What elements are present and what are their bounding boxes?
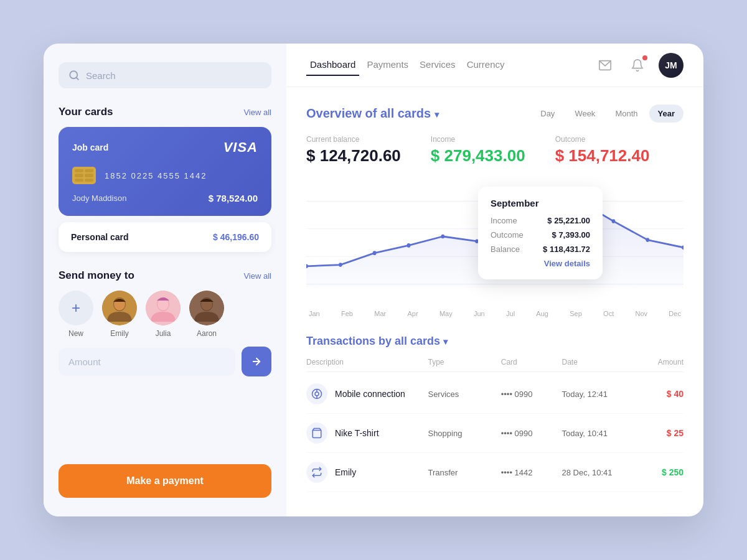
svg-point-18: [339, 263, 342, 267]
filter-day[interactable]: Day: [532, 105, 563, 123]
user-avatar[interactable]: JM: [659, 53, 684, 78]
tooltip-outcome-row: Outcome $ 7,393.00: [491, 230, 590, 240]
month-jan: Jan: [309, 310, 320, 317]
send-button[interactable]: [242, 347, 271, 376]
cards-view-all[interactable]: View all: [243, 108, 271, 117]
balance-row: Current balance $ 124,720.60 Income $ 27…: [306, 135, 684, 166]
filter-month[interactable]: Month: [606, 105, 646, 123]
nav-tabs: Dashboard Payments Services Currency: [306, 54, 574, 76]
svg-point-19: [373, 251, 377, 255]
cards-section-header: Your cards View all: [59, 106, 271, 118]
send-money-header: Send money to View all: [59, 269, 271, 282]
aaron-photo: [189, 291, 224, 325]
month-feb: Feb: [341, 310, 353, 317]
mail-button[interactable]: [594, 54, 616, 77]
aaron-avatar-img: [189, 291, 224, 325]
tab-payments[interactable]: Payments: [363, 54, 412, 76]
contact-emily[interactable]: Emily: [102, 291, 137, 338]
tx-type-0: Services: [428, 390, 500, 399]
job-card[interactable]: Job card VISA 1852 0225 4555 1442 Jody M…: [59, 127, 271, 216]
send-money-view-all[interactable]: View all: [243, 271, 271, 281]
month-may: May: [439, 310, 453, 317]
tx-name-0: Mobile connection: [335, 389, 405, 399]
overview-dropdown-arrow[interactable]: ▾: [435, 110, 439, 119]
month-sep: Sep: [570, 310, 582, 317]
app-container: Search Your cards View all Job card VISA: [44, 44, 703, 516]
personal-card[interactable]: Personal card $ 46,196.60: [59, 222, 271, 252]
search-bar[interactable]: Search: [59, 62, 271, 88]
chip-icon: [72, 167, 96, 184]
tx-date-1: Today, 10:41: [562, 429, 635, 438]
tooltip-month: September: [491, 198, 590, 208]
tab-currency[interactable]: Currency: [463, 54, 509, 76]
personal-card-balance: $ 46,196.60: [213, 232, 259, 242]
chart-tooltip: September Income $ 25,221.00 Outcome $ 7…: [478, 187, 603, 279]
julia-label: Julia: [156, 329, 171, 338]
shopping-icon: [311, 427, 322, 439]
cards-section: Your cards View all Job card VISA 1852 0…: [59, 106, 271, 252]
amount-row: [59, 347, 271, 376]
current-balance: Current balance $ 124,720.60: [306, 135, 401, 166]
tab-services[interactable]: Services: [416, 54, 459, 76]
cards-title: Your cards: [59, 106, 113, 118]
income-label: Income: [431, 135, 525, 144]
tooltip-view-details[interactable]: View details: [491, 259, 590, 268]
transfer-icon: [311, 467, 322, 478]
tx-icon-0: [306, 383, 327, 404]
make-payment-button[interactable]: Make a payment: [59, 464, 271, 498]
top-nav: Dashboard Payments Services Currency: [286, 44, 703, 87]
filter-year[interactable]: Year: [649, 105, 684, 123]
overview-title-highlight: all cards: [380, 106, 431, 120]
card-holder: Jody Maddison: [72, 194, 126, 203]
overview-title-prefix: Overview of: [306, 106, 377, 120]
notification-button[interactable]: [626, 54, 649, 77]
mobile-icon: [311, 388, 322, 399]
svg-line-1: [76, 77, 78, 79]
tab-dashboard[interactable]: Dashboard: [306, 54, 359, 76]
julia-avatar: [146, 291, 181, 325]
main-content: Dashboard Payments Services Currency: [286, 44, 703, 516]
month-jun: Jun: [474, 310, 485, 317]
job-card-balance: $ 78,524.00: [209, 193, 258, 203]
filter-week[interactable]: Week: [566, 105, 604, 123]
month-oct: Oct: [603, 310, 614, 317]
col-date: Date: [562, 358, 635, 366]
contact-aaron[interactable]: Aaron: [189, 291, 224, 338]
table-row: Emily Transfer •••• 1442 28 Dec, 10:41 $…: [306, 453, 684, 492]
outcome-value: $ 154,712.40: [555, 146, 650, 166]
transactions-section: Transactions by all cards ▾ Description …: [306, 335, 684, 492]
amount-input[interactable]: [59, 348, 235, 376]
aaron-avatar: [189, 291, 224, 325]
emily-avatar: [102, 291, 137, 325]
visa-brand: VISA: [223, 139, 258, 156]
table-row: Nike T-shirt Shopping •••• 0990 Today, 1…: [306, 414, 684, 453]
aaron-label: Aaron: [197, 329, 217, 338]
search-placeholder: Search: [86, 70, 116, 81]
tooltip-outcome-value: $ 7,393.00: [552, 230, 590, 240]
income-balance: Income $ 279,433.00: [431, 135, 525, 166]
contact-new[interactable]: + New: [59, 291, 93, 338]
tooltip-outcome-label: Outcome: [491, 230, 524, 240]
tooltip-balance-label: Balance: [491, 245, 520, 254]
tx-icon-1: [306, 422, 327, 444]
tooltip-balance-value: $ 118,431.72: [543, 245, 590, 254]
tooltip-balance-row: Balance $ 118,431.72: [491, 245, 590, 254]
col-amount: Amount: [635, 358, 684, 366]
transactions-dropdown[interactable]: ▾: [443, 337, 448, 347]
tx-header: Description Type Card Date Amount: [306, 358, 684, 372]
tx-desc-2: Emily: [306, 462, 428, 483]
overview-title: Overview of all cards ▾: [306, 106, 439, 121]
add-contact-button[interactable]: +: [59, 291, 93, 325]
contacts-row: + New: [59, 291, 271, 338]
transactions-prefix: Transactions by: [306, 335, 392, 347]
tx-desc-1: Nike T-shirt: [306, 422, 428, 444]
month-jul: Jul: [506, 310, 515, 317]
current-balance-value: $ 124,720.60: [306, 146, 401, 166]
bell-icon: [631, 58, 644, 72]
tx-icon-2: [306, 462, 327, 483]
user-avatar-inner: JM: [659, 53, 684, 78]
months-row: Jan Feb Mar Apr May Jun Jul Aug Sep Oct …: [306, 310, 684, 317]
nav-actions: JM: [594, 53, 684, 78]
transactions-table: Description Type Card Date Amount: [306, 358, 684, 492]
contact-julia[interactable]: Julia: [146, 291, 181, 338]
